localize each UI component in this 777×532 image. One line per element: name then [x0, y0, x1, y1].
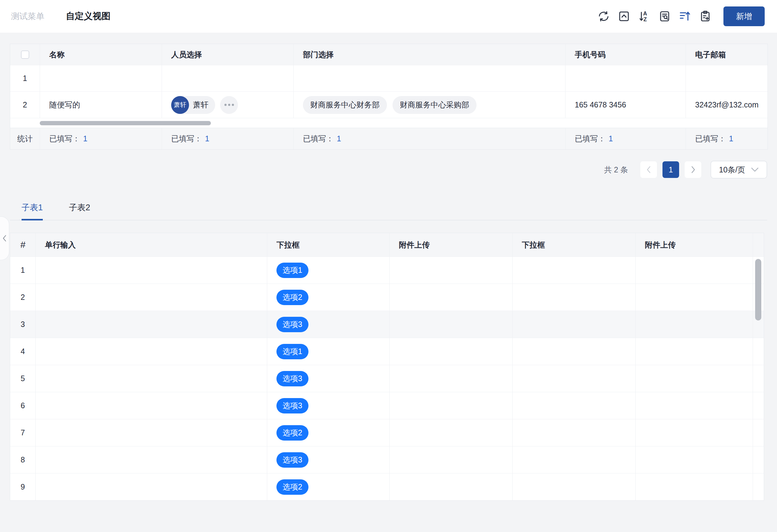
- cell-dropdown-1: 选项2: [267, 419, 390, 446]
- cell-dropdown-1: 选项2: [267, 473, 390, 500]
- page-button-1[interactable]: 1: [662, 161, 679, 178]
- dropdown-value-pill[interactable]: 选项3: [276, 398, 309, 414]
- dropdown-value-pill[interactable]: 选项3: [276, 317, 309, 332]
- stat-cell: 已填写：1: [293, 128, 565, 149]
- cell-attachment-1: [390, 446, 512, 473]
- dropdown-value-pill[interactable]: 选项1: [276, 262, 309, 278]
- row-index: 3: [10, 311, 35, 338]
- cell-dropdown-2: [512, 473, 635, 500]
- cell-text-input: [35, 473, 267, 500]
- list-item: 5 选项3: [10, 365, 764, 392]
- cell-phone: [565, 65, 686, 91]
- column-header-text-input: 单行输入: [35, 233, 267, 256]
- tab-subtable-2[interactable]: 子表2: [69, 202, 90, 220]
- stat-cell: 已填写：1: [161, 128, 293, 149]
- cell-dropdown-2: [512, 446, 635, 473]
- scrollbar-track-cell: [753, 419, 771, 446]
- column-header-phone: 手机号码: [565, 44, 686, 65]
- column-header-departments: 部门选择: [293, 44, 565, 65]
- horizontal-scrollbar: [10, 118, 767, 128]
- list-item: 4 选项1: [10, 338, 764, 365]
- cell-dropdown-2: [512, 365, 635, 392]
- cell-dropdown-2: [512, 311, 635, 338]
- cell-dropdown-1: 选项3: [267, 392, 390, 419]
- cell-dropdown-1: 选项3: [267, 446, 390, 473]
- cell-departments: [293, 65, 565, 91]
- department-tag: 财商服务中心采购部: [393, 96, 476, 114]
- sort-az-icon[interactable]: A Z: [637, 9, 651, 23]
- more-members-button[interactable]: [220, 96, 238, 114]
- cell-attachment-1: [390, 365, 512, 392]
- person-name: 萧轩: [193, 100, 208, 110]
- sub-table: # 单行输入 下拉框 附件上传 下拉框 附件上传 1 选项1 2 选项2: [10, 233, 764, 501]
- list-item: 6 选项3: [10, 392, 764, 419]
- row-index: 8: [10, 446, 35, 473]
- stat-value[interactable]: 1: [337, 134, 341, 143]
- sort-list-up-icon[interactable]: [678, 9, 692, 23]
- content-area: 名称 人员选择 部门选择 手机号码 电子邮箱 1 2 随便写的 萧轩 萧轩: [0, 33, 777, 501]
- row-index: 5: [10, 365, 35, 392]
- tab-subtable-1[interactable]: 子表1: [21, 202, 43, 220]
- cell-dropdown-1: 选项1: [267, 338, 390, 365]
- prev-page-button[interactable]: [640, 161, 657, 178]
- stat-value[interactable]: 1: [608, 134, 613, 143]
- stat-value[interactable]: 1: [83, 134, 87, 143]
- dropdown-value-pill[interactable]: 选项3: [276, 452, 309, 468]
- scrollbar-track-cell: [753, 365, 771, 392]
- svg-text:Z: Z: [643, 16, 647, 22]
- image-preview-icon[interactable]: [617, 9, 631, 23]
- next-page-button[interactable]: [685, 161, 701, 178]
- cell-dropdown-2: [512, 284, 635, 311]
- horizontal-scrollbar-thumb[interactable]: [40, 121, 211, 125]
- clipboard-add-icon[interactable]: [698, 9, 712, 23]
- column-header-email: 电子邮箱: [686, 44, 767, 65]
- table-row: 2 随便写的 萧轩 萧轩 财商服务中心财务部 财商服务中心采购部 165 467…: [10, 91, 767, 118]
- cell-dropdown-2: [512, 419, 635, 446]
- cell-attachment-2: [635, 284, 753, 311]
- page-title: 自定义视图: [66, 10, 111, 22]
- stat-cell: 已填写：1: [40, 128, 161, 149]
- table-row: 1: [10, 65, 767, 91]
- breadcrumb-menu: 测试菜单: [11, 11, 44, 22]
- add-button[interactable]: 新增: [724, 6, 765, 26]
- select-all-checkbox[interactable]: [21, 50, 29, 59]
- sub-table-header: # 单行输入 下拉框 附件上传 下拉框 附件上传: [10, 233, 764, 256]
- cell-text-input: [35, 446, 267, 473]
- toolbar-actions: A Z 新增: [596, 6, 765, 26]
- scrollbar-track-cell: [753, 392, 771, 419]
- cell-attachment-2: [635, 473, 753, 500]
- stat-value[interactable]: 1: [205, 134, 209, 143]
- cell-text-input: [35, 284, 267, 311]
- dropdown-value-pill[interactable]: 选项3: [276, 371, 309, 387]
- cell-attachment-2: [635, 419, 753, 446]
- svg-text:A: A: [643, 10, 647, 17]
- cell-phone: 165 4678 3456: [565, 92, 686, 118]
- dropdown-value-pill[interactable]: 选项2: [276, 425, 309, 441]
- vertical-scrollbar-thumb[interactable]: [755, 259, 761, 320]
- stat-value[interactable]: 1: [729, 134, 733, 143]
- sub-table-body: 1 选项1 2 选项2 3 选项3: [10, 256, 764, 500]
- cell-text-input: [35, 338, 267, 365]
- stats-row: 统计 已填写：1 已填写：1 已填写：1 已填写：1 已填写：1: [10, 128, 767, 149]
- sidebar-collapse-handle[interactable]: [0, 216, 9, 260]
- stat-filled-label: 已填写：: [49, 134, 80, 144]
- column-header-attachment-1: 附件上传: [390, 233, 512, 256]
- dropdown-value-pill[interactable]: 选项1: [276, 344, 309, 359]
- dropdown-value-pill[interactable]: 选项2: [276, 480, 309, 495]
- column-header-dropdown-1: 下拉框: [267, 233, 390, 256]
- cell-members: [161, 65, 293, 91]
- refresh-icon[interactable]: [596, 9, 611, 23]
- page-size-select[interactable]: 10条/页: [710, 161, 767, 179]
- stat-cell: 已填写：1: [565, 128, 686, 149]
- more-icon: [228, 104, 230, 106]
- cell-attachment-2: [635, 257, 753, 284]
- search-document-icon[interactable]: [658, 9, 672, 23]
- cell-attachment-2: [635, 446, 753, 473]
- dropdown-value-pill[interactable]: 选项2: [276, 290, 309, 305]
- person-chip[interactable]: 萧轩 萧轩: [171, 96, 215, 114]
- scrollbar-header-cell: [753, 233, 771, 256]
- cell-members: 萧轩 萧轩: [161, 92, 293, 118]
- cell-dropdown-2: [512, 392, 635, 419]
- pagination: 共 2 条 1 10条/页: [10, 161, 767, 179]
- row-index: 9: [10, 473, 35, 500]
